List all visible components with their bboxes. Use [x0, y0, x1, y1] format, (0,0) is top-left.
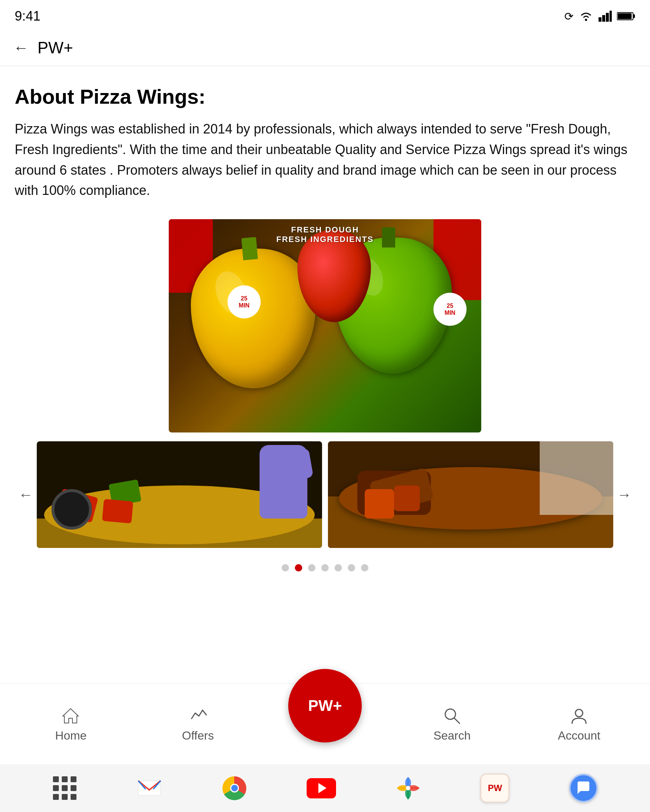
pw-app-icon: PW — [481, 774, 509, 803]
dot-5[interactable] — [348, 564, 355, 571]
hero-image-container: FRESH DOUGH FRESH INGREDIENTS 25MIN 25MI… — [15, 219, 635, 432]
offers-label: Offers — [182, 729, 214, 742]
nav-item-home[interactable]: Home — [34, 706, 108, 742]
about-heading: About Pizza Wings: — [15, 85, 635, 108]
hero-overlay-text: FRESH DOUGH FRESH INGREDIENTS — [276, 225, 374, 244]
svg-rect-1 — [598, 17, 601, 22]
nav-item-account[interactable]: Account — [542, 706, 616, 742]
home-label: Home — [55, 729, 86, 742]
food4 — [394, 485, 420, 511]
badge-left: 25MIN — [227, 285, 261, 319]
pepper-yellow — [191, 249, 316, 388]
sync-icon: ⟳ — [565, 10, 574, 23]
wifi-icon — [579, 11, 594, 22]
cloth — [540, 441, 613, 515]
dot-3[interactable] — [321, 564, 329, 571]
system-nav: PW — [0, 764, 650, 812]
svg-rect-4 — [610, 11, 612, 22]
prev-arrow[interactable]: ← — [15, 484, 37, 506]
svg-rect-3 — [606, 13, 609, 22]
bubble-icon — [569, 774, 598, 803]
fab-label: PW+ — [308, 697, 342, 714]
svg-point-10 — [575, 710, 583, 717]
svg-point-19 — [406, 786, 410, 790]
grid-icon — [53, 776, 76, 800]
badge-right: 25MIN — [433, 293, 467, 326]
home-icon — [61, 706, 81, 726]
nav-item-search[interactable]: Search — [415, 706, 489, 742]
status-bar: 9:41 ⟳ — [0, 0, 650, 29]
thumb-right[interactable] — [328, 441, 613, 548]
pagination-dots — [15, 557, 635, 579]
page-title: PW+ — [38, 39, 73, 57]
back-button[interactable]: ← — [13, 39, 29, 56]
battery-icon — [617, 11, 635, 21]
svg-line-9 — [454, 718, 459, 723]
signal-icon — [598, 11, 612, 22]
svg-rect-7 — [618, 13, 632, 19]
food3 — [365, 489, 394, 519]
thumbnails — [37, 441, 613, 548]
youtube-icon — [307, 778, 336, 798]
photos-icon — [396, 776, 420, 800]
photos-button[interactable] — [395, 775, 421, 801]
app-grid-button[interactable] — [52, 775, 78, 801]
olive — [52, 489, 92, 530]
account-label: Account — [558, 729, 600, 742]
dot-1[interactable] — [295, 564, 302, 571]
dot-0[interactable] — [282, 564, 289, 571]
about-body: Pizza Wings was established in 2014 by p… — [15, 119, 635, 201]
svg-point-0 — [585, 19, 587, 21]
status-icons: ⟳ — [565, 10, 635, 23]
thumbnail-row: ← — [15, 441, 635, 548]
chrome-button[interactable] — [222, 775, 247, 801]
youtube-button[interactable] — [307, 776, 336, 800]
svg-rect-6 — [633, 14, 635, 18]
svg-rect-2 — [602, 15, 605, 22]
pw-app-button[interactable]: PW — [480, 773, 510, 803]
search-label: Search — [433, 729, 471, 742]
chrome-icon — [223, 776, 246, 800]
top-bar: ← PW+ — [0, 29, 650, 66]
thumb-left[interactable] — [37, 441, 322, 548]
chat-icon — [575, 780, 592, 796]
fab-button[interactable]: PW+ — [288, 669, 362, 742]
bubble-button[interactable] — [569, 773, 598, 803]
main-content: About Pizza Wings: Pizza Wings was estab… — [0, 66, 650, 683]
topping-red2 — [102, 499, 133, 524]
bottom-nav: Home Offers PW+ Search Account — [0, 683, 650, 764]
gmail-icon — [137, 779, 162, 797]
yt-play-icon — [318, 783, 327, 793]
nav-item-offers[interactable]: Offers — [161, 706, 235, 742]
offers-icon — [188, 706, 208, 726]
next-arrow[interactable]: → — [613, 484, 635, 506]
search-icon — [442, 706, 462, 726]
gmail-button[interactable] — [137, 775, 163, 801]
dot-6[interactable] — [361, 564, 368, 571]
account-icon — [569, 706, 589, 726]
dot-2[interactable] — [308, 564, 316, 571]
hero-image: FRESH DOUGH FRESH INGREDIENTS 25MIN 25MI… — [169, 219, 481, 432]
status-time: 9:41 — [15, 8, 40, 24]
dot-4[interactable] — [334, 564, 342, 571]
